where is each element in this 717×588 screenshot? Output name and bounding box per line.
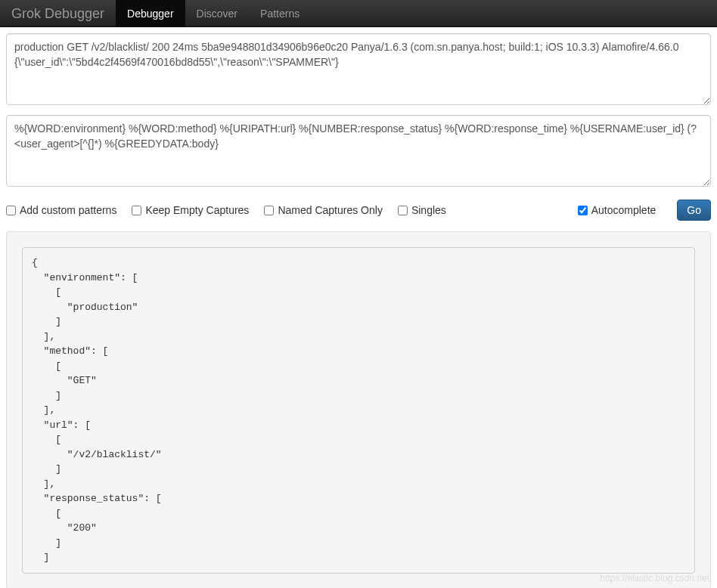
go-button[interactable]: Go <box>677 200 711 221</box>
result-panel: { "environment": [ [ "production" ] ], "… <box>6 231 711 588</box>
autocomplete-label: Autocomplete <box>591 204 656 216</box>
nav-tab-discover[interactable]: Discover <box>185 0 249 26</box>
singles-checkbox[interactable] <box>398 206 408 215</box>
keep-empty-captures-label: Keep Empty Captures <box>145 204 249 216</box>
pattern-input[interactable] <box>6 115 711 187</box>
nav-tab-debugger[interactable]: Debugger <box>116 0 185 26</box>
named-captures-only-label: Named Captures Only <box>278 204 383 216</box>
result-output: { "environment": [ [ "production" ] ], "… <box>22 247 695 574</box>
navbar-brand: Grok Debugger <box>0 0 116 26</box>
autocomplete-checkbox[interactable] <box>578 206 588 215</box>
add-custom-patterns-checkbox[interactable] <box>6 206 16 215</box>
navbar: Grok Debugger Debugger Discover Patterns <box>0 0 717 27</box>
named-captures-only-checkbox[interactable] <box>264 206 274 215</box>
navbar-nav: Debugger Discover Patterns <box>116 0 311 26</box>
main-container: Add custom patterns Keep Empty Captures … <box>0 27 717 588</box>
named-captures-only-option[interactable]: Named Captures Only <box>264 204 383 216</box>
singles-label: Singles <box>411 204 446 216</box>
autocomplete-option[interactable]: Autocomplete <box>578 204 656 216</box>
sample-input[interactable] <box>6 33 711 105</box>
singles-option[interactable]: Singles <box>398 204 446 216</box>
keep-empty-captures-option[interactable]: Keep Empty Captures <box>132 204 249 216</box>
add-custom-patterns-option[interactable]: Add custom patterns <box>6 204 116 216</box>
keep-empty-captures-checkbox[interactable] <box>132 206 141 215</box>
controls-row: Add custom patterns Keep Empty Captures … <box>6 197 711 228</box>
add-custom-patterns-label: Add custom patterns <box>20 204 116 216</box>
nav-tab-patterns[interactable]: Patterns <box>249 0 311 26</box>
